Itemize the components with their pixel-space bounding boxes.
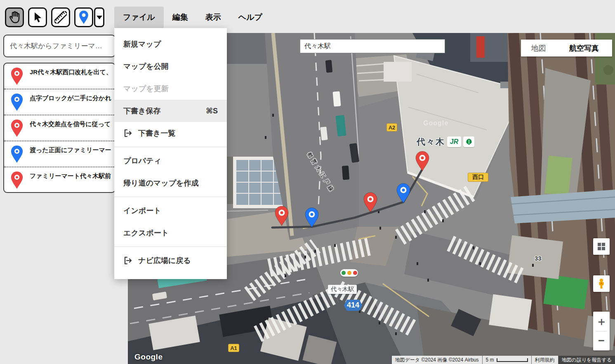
map-type-satellite-button[interactable]: 航空写真 — [556, 40, 612, 56]
red-pin-icon — [11, 171, 23, 189]
export-icon — [123, 256, 132, 265]
jr-logo: JR — [447, 136, 461, 147]
exit-a1-badge: A1 — [228, 344, 239, 352]
shortcut-label: ⌘S — [206, 106, 218, 115]
menu-separator — [114, 147, 227, 147]
list-item[interactable]: 点字ブロックが二手に分かれ… — [4, 89, 115, 115]
toei-subway-icon — [463, 136, 474, 147]
cursor-icon — [32, 12, 43, 23]
menu-item-new-map[interactable]: 新規マップ — [114, 33, 227, 55]
map-search-input[interactable] — [300, 39, 445, 53]
light-green — [342, 271, 346, 275]
blue-pin-icon — [11, 93, 23, 111]
export-icon — [123, 129, 132, 138]
marker-tool-button[interactable] — [74, 7, 93, 27]
menu-item-label: エクスポート — [123, 228, 169, 238]
light-amber — [347, 271, 351, 275]
top-toolbar: ファイル 編集 表示 ヘルプ — [0, 0, 615, 33]
list-item[interactable]: JR代々木駅西口改札を出て、… — [4, 63, 115, 89]
list-item[interactable]: 渡った正面にファミリーマー… — [4, 141, 115, 167]
menu-item-import[interactable]: インポート — [114, 200, 227, 222]
hand-tool-button[interactable] — [5, 7, 24, 27]
marker-dropdown-button[interactable] — [94, 7, 104, 27]
scale-label: 5 m — [486, 357, 494, 363]
zoom-out-button[interactable]: − — [593, 331, 610, 350]
map-title-input[interactable] — [3, 35, 115, 57]
hand-icon — [8, 11, 21, 24]
list-item-text: ファミリーマート代々木駅前… — [30, 171, 111, 180]
map-attribution: 地図データ ©2024 画像 ©2024 Airbus 5 m 利用規約 地図の… — [392, 356, 615, 364]
map-type-toggle: 地図 航空写真 — [521, 40, 612, 56]
ruler-icon — [54, 11, 67, 23]
menu-view[interactable]: 表示 — [197, 7, 230, 28]
measure-tool-button[interactable] — [51, 7, 70, 27]
west-exit-badge: 西口 — [468, 173, 488, 182]
attribution-data: 地図データ ©2024 画像 ©2024 Airbus — [392, 356, 482, 364]
menu-item-draft-list[interactable]: 下書き一覧 — [114, 122, 227, 144]
menu-item-label: インポート — [123, 206, 161, 216]
google-logo[interactable]: Google — [134, 352, 163, 362]
traffic-light-icon[interactable] — [340, 269, 358, 277]
menu-edit[interactable]: 編集 — [164, 7, 197, 28]
waypoint-list: JR代々木駅西口改札を出て、… 点字ブロックが二手に分かれ… 代々木交差点を信号… — [3, 63, 115, 193]
menu-help[interactable]: ヘルプ — [230, 7, 271, 28]
menu-item-export[interactable]: エクスポート — [114, 222, 227, 244]
menu-separator — [114, 247, 227, 247]
select-tool-button[interactable] — [28, 7, 47, 27]
chevron-down-icon — [96, 14, 103, 20]
pegman-icon — [597, 278, 606, 289]
station-map-label: 代々木駅 — [328, 285, 357, 294]
menu-item-label: 下書き一覧 — [138, 128, 175, 138]
report-error-link[interactable]: 地図の誤りを報告する — [558, 356, 615, 364]
google-watermark: Google — [423, 120, 448, 127]
red-pin-icon — [11, 67, 23, 85]
menu-item-label: 新規マップ — [123, 39, 161, 49]
list-item-text: 点字ブロックが二手に分かれ… — [30, 93, 111, 102]
list-item[interactable]: ファミリーマート代々木駅前… — [4, 167, 115, 193]
menu-item-publish-map[interactable]: マップを公開 — [114, 55, 227, 77]
menu-item-label: マップを更新 — [123, 84, 169, 94]
map-type-map-button[interactable]: 地図 — [521, 40, 556, 56]
list-item[interactable]: 代々木交差点を信号に従って… — [4, 115, 115, 141]
menu-item-update-map[interactable]: マップを更新 — [114, 77, 227, 100]
station-name-text: 代々木 — [417, 136, 445, 148]
scale-segment: 5 m — [483, 356, 531, 364]
menu-item-label: ナビ広場に戻る — [138, 256, 191, 265]
red-pin-icon — [11, 119, 23, 137]
block-number-label: 33 — [535, 255, 542, 262]
light-red — [353, 271, 357, 275]
menu-item-properties[interactable]: プロパティ — [114, 150, 227, 172]
file-menu-dropdown: 新規マップ マップを公開 マップを更新 下書き保存 ⌘S 下書き一覧 プロパティ… — [114, 28, 227, 279]
menu-item-back-to-navi-plaza[interactable]: ナビ広場に戻る — [114, 249, 227, 272]
blue-pin-icon — [11, 145, 23, 163]
menu-item-save-draft[interactable]: 下書き保存 ⌘S — [114, 100, 227, 122]
tiles-button[interactable] — [593, 238, 610, 255]
station-name-row: 代々木 JR — [417, 136, 474, 148]
menu-item-create-return-map[interactable]: 帰り道のマップを作成 — [114, 172, 227, 194]
menu-separator — [114, 197, 227, 197]
exit-a2-badge: A2 — [386, 123, 397, 132]
list-item-text: JR代々木駅西口改札を出て、… — [30, 67, 111, 76]
pegman-button[interactable] — [593, 275, 610, 292]
tiles-icon — [597, 242, 606, 251]
zoom-control: ＋ − — [593, 312, 610, 350]
zoom-in-button[interactable]: ＋ — [593, 312, 610, 331]
menu-file[interactable]: ファイル — [114, 7, 164, 28]
menu-item-label: 下書き保存 — [123, 106, 160, 116]
menu-item-label: マップを公開 — [123, 61, 169, 71]
terms-link[interactable]: 利用規約 — [532, 356, 558, 364]
menu-bar: ファイル 編集 表示 ヘルプ — [114, 7, 271, 28]
menu-item-label: 帰り道のマップを作成 — [123, 178, 199, 188]
scale-bar — [497, 358, 528, 362]
marker-icon — [78, 10, 90, 24]
list-item-text: 代々木交差点を信号に従って… — [30, 119, 111, 128]
list-item-text: 渡った正面にファミリーマー… — [30, 145, 111, 154]
menu-item-label: プロパティ — [123, 156, 161, 166]
